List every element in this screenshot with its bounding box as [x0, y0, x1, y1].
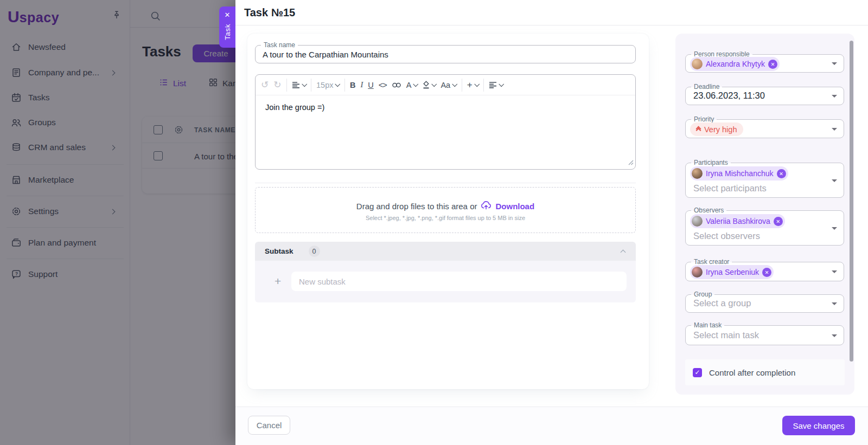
dropzone-text-row: Drag and drop files to this area or Down…	[256, 201, 635, 211]
font-size-select[interactable]: 15px	[316, 81, 340, 89]
creator-chip-name: Iryna Serbeniuk	[706, 268, 759, 276]
dropdown-arrow-icon[interactable]	[832, 227, 837, 230]
remove-icon[interactable]: ✕	[762, 268, 771, 277]
dropdown-arrow-icon[interactable]	[832, 334, 837, 337]
vertical-scrollbar[interactable]	[850, 41, 853, 362]
underline-button[interactable]: U	[368, 81, 373, 89]
toolbar-separator	[344, 79, 345, 92]
editor-toolbar: ↺ ↻ 15px B I U <>	[256, 75, 635, 95]
control-checkbox-label: Control after completion	[709, 368, 795, 377]
observers-placeholder: Select observers	[693, 231, 760, 241]
new-subtask-input[interactable]	[291, 272, 627, 291]
dropdown-arrow-icon[interactable]	[832, 179, 837, 182]
remove-icon[interactable]: ✕	[768, 60, 777, 69]
text-case-button[interactable]: Aa	[441, 81, 456, 89]
text-color-button[interactable]: A	[406, 81, 418, 89]
toolbar-separator	[311, 79, 311, 92]
dropdown-arrow-icon[interactable]	[832, 302, 837, 305]
participant-chip[interactable]: Iryna Mishchanchuk ✕	[690, 166, 788, 180]
deadline-select[interactable]: Deadline 23.06.2023, 11:30	[685, 87, 844, 105]
chevron-up-icon[interactable]	[621, 250, 626, 255]
subtask-body: +	[255, 261, 636, 302]
redo-icon[interactable]: ↻	[273, 79, 281, 91]
plus-glyph: +	[467, 80, 473, 91]
bold-button[interactable]: B	[350, 81, 355, 89]
dropdown-arrow-icon[interactable]	[832, 62, 837, 65]
chevron-down-icon	[499, 81, 504, 86]
task-creator-select[interactable]: Task creator Iryna Serbeniuk ✕	[685, 262, 844, 281]
italic-button[interactable]: I	[360, 80, 363, 89]
app-screen: Uspacy Newsfeed Company and pe... Tasks …	[0, 0, 868, 445]
person-responsible-select[interactable]: Person responsible Alexandra Khytyk ✕	[685, 54, 844, 73]
resize-handle[interactable]	[628, 158, 634, 167]
download-link[interactable]: Download	[495, 202, 534, 211]
dropdown-arrow-icon[interactable]	[832, 128, 837, 131]
task-drawer-tab[interactable]: ✕ Task	[219, 7, 235, 48]
drawer-tab-label: Task	[224, 24, 232, 40]
toolbar-separator	[286, 79, 287, 92]
task-name-field[interactable]: Task name	[255, 45, 636, 63]
priority-chip: Very high	[690, 122, 743, 136]
group-select[interactable]: Group Select a group	[685, 294, 844, 313]
participants-label: Participants	[691, 159, 731, 167]
link-icon[interactable]	[392, 82, 401, 88]
control-after-completion-row: ✓ Control after completion	[685, 359, 845, 385]
observer-chip-name: Valeriia Bashkirova	[706, 217, 770, 225]
participant-chip-name: Iryna Mishchanchuk	[706, 169, 774, 178]
main-task-placeholder: Select main task	[693, 330, 759, 340]
insert-button[interactable]: +	[467, 80, 478, 91]
observers-select[interactable]: Observers Valeriia Bashkirova ✕ Select o…	[685, 210, 844, 246]
align-button[interactable]	[489, 81, 503, 89]
group-label: Group	[691, 291, 714, 299]
participants-select[interactable]: Participants Iryna Mishchanchuk ✕ Select…	[685, 163, 844, 198]
avatar	[692, 267, 703, 278]
remove-icon[interactable]: ✕	[777, 169, 786, 178]
close-icon[interactable]: ✕	[225, 11, 231, 19]
toolbar-separator	[483, 79, 484, 92]
task-name-input[interactable]	[256, 46, 635, 63]
remove-icon[interactable]: ✕	[774, 217, 783, 226]
text-case-glyph: Aa	[441, 81, 450, 89]
priority-select[interactable]: Priority Very high	[685, 119, 844, 138]
chevron-down-icon	[432, 81, 437, 86]
highlight-color-button[interactable]	[423, 81, 436, 89]
avatar	[692, 59, 703, 69]
subtask-count-badge: 0	[309, 246, 320, 257]
cancel-button[interactable]: Cancel	[248, 416, 290, 435]
main-task-select[interactable]: Main task Select main task	[685, 325, 844, 345]
drawer-title: Task №15	[244, 7, 295, 19]
dropzone-hint: Select *.jpeg, *.jpg, *.png, *.gif forma…	[256, 215, 635, 221]
editor-content[interactable]: Join the group =)	[265, 103, 324, 112]
font-size-value: 15px	[316, 81, 333, 89]
dropzone-text: Drag and drop files to this area or	[356, 202, 477, 211]
main-task-label: Main task	[691, 321, 724, 330]
dropdown-arrow-icon[interactable]	[832, 270, 837, 273]
drawer-header: Task №15	[235, 0, 868, 25]
avatar	[692, 216, 703, 227]
save-changes-button[interactable]: Save changes	[782, 416, 855, 435]
observer-chip[interactable]: Valeriia Bashkirova ✕	[690, 214, 785, 228]
task-details-panel: Person responsible Alexandra Khytyk ✕ De…	[675, 34, 854, 395]
observers-label: Observers	[691, 207, 726, 215]
cloud-upload-icon	[481, 201, 492, 211]
person-chip[interactable]: Alexandra Khytyk ✕	[690, 57, 780, 71]
code-button[interactable]: <>	[379, 81, 387, 89]
toolbar-separator	[462, 79, 462, 92]
dropdown-arrow-icon[interactable]	[832, 95, 837, 98]
person-chip-name: Alexandra Khytyk	[706, 60, 765, 68]
description-editor[interactable]: ↺ ↻ 15px B I U <>	[255, 74, 636, 170]
double-chevron-up-icon	[697, 127, 700, 132]
subtask-title: Subtask	[265, 247, 293, 255]
undo-icon[interactable]: ↺	[261, 79, 269, 91]
subtask-header[interactable]: Subtask 0	[255, 242, 636, 261]
chevron-down-icon	[335, 81, 340, 86]
line-height-button[interactable]	[292, 81, 307, 89]
creator-chip[interactable]: Iryna Serbeniuk ✕	[690, 265, 774, 279]
priority-value: Very high	[704, 125, 737, 134]
file-dropzone[interactable]: Drag and drop files to this area or Down…	[255, 187, 636, 233]
participants-placeholder: Select participants	[693, 183, 767, 194]
chevron-down-icon	[413, 81, 418, 86]
control-checkbox[interactable]: ✓	[693, 368, 702, 377]
add-subtask-icon[interactable]: +	[275, 275, 281, 287]
section-divider	[255, 183, 636, 183]
